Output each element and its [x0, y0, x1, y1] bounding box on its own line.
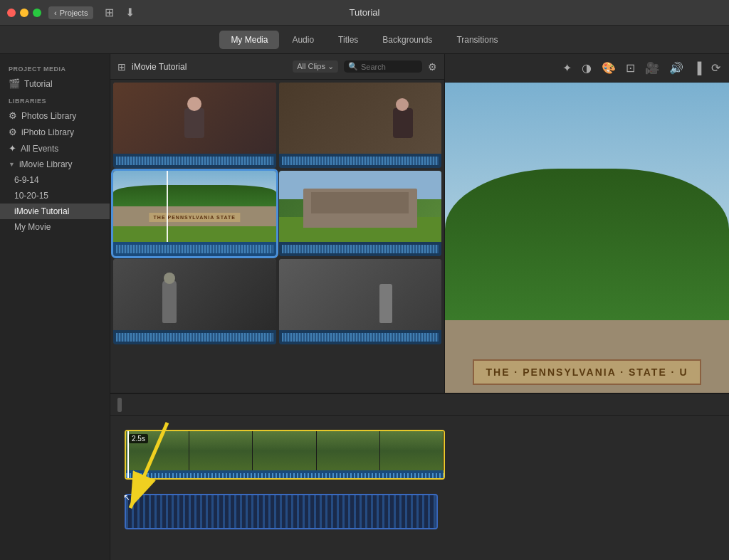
color-balance-icon[interactable]: ◑	[582, 61, 592, 75]
libraries-label: LIBRARIES	[0, 92, 110, 107]
trees-layer	[445, 169, 729, 319]
sidebar-tutorial-label: Tutorial	[24, 79, 53, 89]
titlebar: ‹ Projects ⊞ ⬇ Tutorial	[0, 0, 729, 26]
film-icon: 🎬	[9, 78, 20, 89]
clip-audio	[126, 470, 444, 480]
magic-wand-icon[interactable]: ✦	[562, 61, 572, 75]
import-icon[interactable]: ⬇	[122, 4, 137, 21]
tab-titles[interactable]: Titles	[327, 31, 369, 49]
sidebar-item-my-movie[interactable]: My Movie	[0, 219, 110, 235]
tab-transitions[interactable]: Transitions	[445, 31, 509, 49]
sidebar-item-imovie-library[interactable]: ▼ iMovie Library	[0, 157, 110, 172]
sidebar-item-6-9-14[interactable]: 6-9-14	[0, 172, 110, 188]
sidebar-events-label: All Events	[21, 144, 58, 154]
sidebar-item-10-20-15[interactable]: 10-20-15	[0, 188, 110, 204]
sidebar-item-iphoto-library[interactable]: ⚙ iPhoto Library	[0, 124, 110, 140]
color-correction-icon[interactable]: 🎨	[602, 61, 616, 75]
timeline: 2.5s ↖	[110, 393, 729, 560]
main-toolbar: My Media Audio Titles Backgrounds Transi…	[0, 26, 729, 54]
media-thumbnail[interactable]	[279, 171, 442, 256]
tab-my-media[interactable]: My Media	[219, 31, 279, 49]
cursor-pointer-icon: ↖	[123, 492, 130, 502]
audio-track-waveform	[126, 495, 436, 528]
maximize-button[interactable]	[33, 9, 41, 17]
timeline-header	[110, 394, 729, 416]
sidebar-imovie-library-label: iMovie Library	[19, 159, 73, 169]
date-label-2: 10-20-15	[14, 191, 48, 201]
my-movie-label: My Movie	[14, 222, 51, 232]
sidebar-item-all-events[interactable]: ✦ All Events	[0, 140, 110, 157]
search-input[interactable]	[361, 63, 418, 71]
playhead-cursor	[127, 431, 129, 478]
sidebar-item-photos-library[interactable]: ⚙ Photos Library	[0, 107, 110, 124]
search-box: 🔍	[344, 60, 422, 73]
psu-sign: THE · PENNSYLVANIA · STATE · U	[445, 359, 729, 385]
timeline-clip[interactable]: 2.5s	[125, 430, 445, 480]
photos-icon: ⚙	[9, 110, 17, 121]
expand-icon: ▼	[9, 161, 15, 168]
date-label-1: 6-9-14	[14, 175, 39, 185]
clip-frame-5	[380, 431, 444, 470]
preview-toolbar: ✦ ◑ 🎨 ⊡ 🎥 🔊 ▐ ⟳	[445, 54, 729, 83]
audio-track[interactable]	[125, 494, 438, 529]
projects-button[interactable]: ‹ Projects	[48, 6, 93, 19]
sidebar-iphoto-label: iPhoto Library	[21, 127, 74, 137]
iphoto-icon: ⚙	[9, 127, 17, 137]
sidebar-item-tutorial[interactable]: 🎬 Tutorial	[0, 75, 110, 92]
media-header: ⊞ iMovie Tutorial All Clips ⌄ 🔍 ⚙	[110, 54, 444, 80]
events-icon: ✦	[9, 143, 16, 154]
media-panel-title: iMovie Tutorial	[132, 62, 287, 72]
minimize-button[interactable]	[20, 9, 28, 17]
volume-icon[interactable]: 🔊	[669, 61, 683, 75]
close-button[interactable]	[7, 9, 16, 17]
sidebar-item-imovie-tutorial[interactable]: iMovie Tutorial	[0, 204, 110, 219]
clip-audio-waveform	[126, 473, 444, 479]
clip-frames	[126, 431, 444, 470]
media-thumbnail[interactable]	[113, 83, 276, 168]
search-icon: 🔍	[348, 62, 358, 71]
media-thumbnail[interactable]	[113, 259, 276, 344]
stabilize-icon[interactable]: 🎥	[645, 61, 659, 75]
imovie-tutorial-label: iMovie Tutorial	[14, 206, 69, 216]
crop-icon[interactable]: ⊡	[626, 61, 635, 75]
window-title: Tutorial	[350, 7, 380, 18]
clips-selector[interactable]: All Clips ⌄	[293, 60, 338, 73]
timeline-resize-handle[interactable]	[117, 398, 122, 412]
media-thumbnail[interactable]	[279, 83, 442, 168]
split-view-icon[interactable]: ⊞	[117, 61, 126, 73]
view-toggle-icon[interactable]: ⊞	[102, 4, 117, 21]
project-media-label: PROJECT MEDIA	[0, 60, 110, 75]
clip-frame-3	[253, 431, 316, 470]
psu-sign-text: THE · PENNSYLVANIA · STATE · U	[473, 359, 701, 385]
speed-icon[interactable]: ⟳	[711, 61, 720, 75]
clip-frame-2	[189, 431, 253, 470]
settings-icon[interactable]: ⚙	[428, 61, 437, 73]
timeline-content: 2.5s ↖	[110, 416, 729, 560]
traffic-lights	[7, 9, 41, 17]
tab-audio[interactable]: Audio	[280, 31, 325, 49]
sidebar-photos-label: Photos Library	[21, 111, 76, 121]
media-thumbnail-selected[interactable]: 2.5s THE PENNSYLVANIA STATE	[113, 171, 276, 256]
clip-frame-4	[317, 431, 380, 470]
timeline-clip-duration: 2.5s	[129, 434, 148, 443]
media-thumbnail[interactable]	[279, 259, 442, 344]
audio-bars-icon[interactable]: ▐	[693, 62, 701, 75]
tab-backgrounds[interactable]: Backgrounds	[371, 31, 444, 49]
sidebar: PROJECT MEDIA 🎬 Tutorial LIBRARIES ⚙ Pho…	[0, 54, 110, 560]
